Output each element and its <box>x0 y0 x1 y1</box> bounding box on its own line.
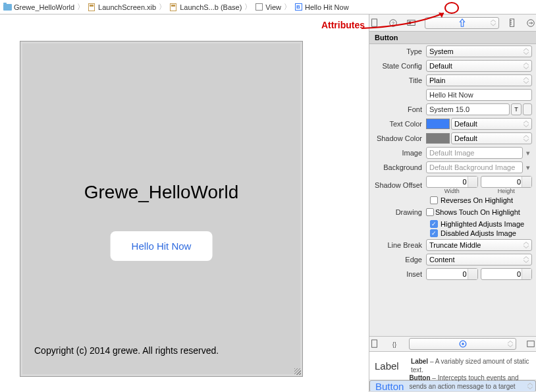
highlighted-checkbox[interactable]: ✓ <box>430 220 438 228</box>
breadcrumb-label: LaunchS...b (Base) <box>180 3 242 11</box>
touch-label: Shows Touch On Highlight <box>435 208 520 216</box>
object-library-tab[interactable] <box>409 338 516 350</box>
folder-icon <box>3 3 12 12</box>
inset-b-input[interactable]: 0 <box>481 268 533 280</box>
identity-inspector-tab[interactable] <box>406 18 417 28</box>
library-item-button[interactable]: Button Button – Intercepts touch events … <box>369 380 536 392</box>
inspector-section-header: Button <box>369 32 536 44</box>
breadcrumb-item-project[interactable]: Grewe_HelloWorld <box>3 3 74 12</box>
inspector-body: Button TypeSystem State ConfigDefault Ti… <box>369 32 536 336</box>
identity-icon <box>407 18 416 28</box>
chevron-right-icon: 〉 <box>159 2 166 12</box>
size-inspector-tab[interactable] <box>507 18 518 28</box>
shadowcolor-swatch[interactable] <box>426 133 450 144</box>
media-library-tab[interactable] <box>525 339 536 349</box>
background-input[interactable]: Default Background Image <box>426 161 523 173</box>
svg-text:{}: {} <box>392 341 397 348</box>
view-icon <box>254 3 263 12</box>
font-picker-icon[interactable]: T <box>511 103 522 115</box>
svg-rect-3 <box>408 20 415 25</box>
svg-rect-10 <box>372 340 377 347</box>
state-select[interactable]: Default <box>426 60 532 72</box>
chevron-right-icon: 〉 <box>77 2 84 12</box>
svg-point-13 <box>462 343 464 345</box>
shadowcolor-select[interactable]: Default <box>451 132 532 144</box>
height-sublabel: Height <box>481 188 533 194</box>
inset-a-input[interactable]: 0 <box>426 268 478 280</box>
help-inspector-tab[interactable]: ? <box>388 18 398 28</box>
reverses-label: Reverses On Highlight <box>441 196 513 204</box>
library-body: Label Label – A variably sized amount of… <box>369 352 536 392</box>
copyright-label[interactable]: Copyright (c) 2014 grewe. All rights res… <box>34 345 219 356</box>
xib-icon <box>169 3 178 12</box>
connections-inspector-tab[interactable] <box>525 18 536 28</box>
breadcrumb-label: View <box>265 3 281 11</box>
breadcrumb-item-button[interactable]: BHello Hit Now <box>294 3 349 12</box>
resize-handle-icon[interactable] <box>294 368 301 375</box>
breadcrumb-item-base[interactable]: LaunchS...b (Base) <box>169 3 242 12</box>
font-label: Font <box>369 105 426 113</box>
inspector-pane: ? Button TypeSystem State ConfigDefault … <box>369 14 536 392</box>
edge-select[interactable]: Content <box>426 254 532 266</box>
textcolor-swatch[interactable] <box>426 119 450 129</box>
file-template-tab[interactable] <box>369 339 380 349</box>
attributes-icon <box>458 18 467 28</box>
breadcrumb-item-view[interactable]: View <box>254 3 281 12</box>
edge-label: Edge <box>369 256 426 264</box>
ruler-icon <box>508 18 517 28</box>
textcolor-label: Text Color <box>369 120 426 128</box>
media-icon <box>526 339 535 349</box>
chevron-down-icon[interactable]: ▾ <box>524 163 532 172</box>
inset-label: Inset <box>369 270 426 278</box>
library-item-desc: Label – A variably sized amount of stati… <box>411 357 531 374</box>
library-item-name: Button <box>375 381 404 392</box>
linebreak-label: Line Break <box>369 241 426 249</box>
title-label[interactable]: Grewe_HelloWorld <box>22 182 300 203</box>
shadowcolor-label: Shadow Color <box>369 134 426 142</box>
inspector-tabs: ? <box>369 14 536 32</box>
attributes-inspector-tab[interactable] <box>425 17 499 29</box>
shadow-height-input[interactable]: 0 <box>481 176 533 188</box>
connections-icon <box>526 18 535 28</box>
file-inspector-tab[interactable] <box>369 18 380 28</box>
breadcrumb-item-xib[interactable]: LaunchScreen.xib <box>87 3 156 12</box>
breadcrumb: Grewe_HelloWorld 〉 LaunchScreen.xib 〉 La… <box>0 0 536 14</box>
reverses-checkbox[interactable] <box>430 196 438 204</box>
file-icon <box>370 18 379 28</box>
chevron-right-icon: 〉 <box>244 2 252 12</box>
chevron-down-icon[interactable]: ▾ <box>524 149 532 157</box>
circle-icon <box>458 339 468 349</box>
breadcrumb-label: Grewe_HelloWorld <box>14 3 74 11</box>
svg-rect-14 <box>527 341 535 347</box>
breadcrumb-label: Hello Hit Now <box>305 3 349 11</box>
braces-icon: {} <box>390 339 399 349</box>
linebreak-select[interactable]: Truncate Middle <box>426 239 532 251</box>
button-icon: B <box>294 3 303 12</box>
breadcrumb-label: LaunchScreen.xib <box>98 3 156 11</box>
chevron-right-icon: 〉 <box>284 2 291 12</box>
background-label: Background <box>369 163 426 171</box>
disabled-label: Disabled Adjusts Image <box>441 229 516 237</box>
image-input[interactable]: Default Image <box>426 147 523 159</box>
font-input[interactable]: System 15.0 <box>426 103 510 115</box>
shadowoffset-label: Shadow Offset <box>369 181 426 189</box>
title-input[interactable]: Hello Hit Now <box>426 89 532 101</box>
title-type-select[interactable]: Plain <box>426 74 532 86</box>
type-select[interactable]: System <box>426 45 532 57</box>
font-stepper[interactable] <box>523 103 532 115</box>
xib-icon <box>87 3 96 12</box>
textcolor-select[interactable]: Default <box>451 118 532 130</box>
disabled-checkbox[interactable]: ✓ <box>430 229 438 237</box>
shadow-width-input[interactable]: 0 <box>426 176 478 188</box>
canvas-view[interactable]: Grewe_HelloWorld Hello Hit Now Copyright… <box>20 41 303 377</box>
library-tabs: {} <box>369 336 536 352</box>
svg-rect-4 <box>409 21 412 24</box>
code-snippet-tab[interactable]: {} <box>389 339 400 349</box>
touch-checkbox[interactable] <box>426 208 434 216</box>
library-item-desc: Button – Intercepts touch events and sen… <box>409 374 530 393</box>
svg-rect-0 <box>372 18 377 26</box>
type-label: Type <box>369 47 426 55</box>
library-item-name: Label <box>375 357 406 374</box>
hello-button[interactable]: Hello Hit Now <box>111 231 213 261</box>
help-icon: ? <box>389 18 398 28</box>
